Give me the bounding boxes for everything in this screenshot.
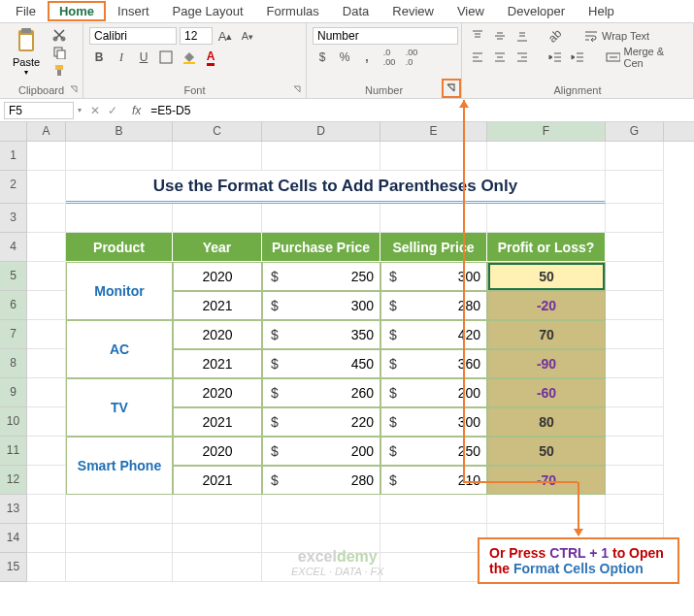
cell-purchase[interactable]: 450: [262, 349, 380, 378]
cell[interactable]: [606, 142, 664, 171]
col-header[interactable]: E: [380, 122, 487, 141]
cell-selling[interactable]: 200: [380, 378, 487, 407]
row-header[interactable]: 3: [0, 204, 27, 233]
cell-profit[interactable]: -90: [487, 349, 606, 378]
cell[interactable]: [487, 495, 606, 524]
cell[interactable]: [262, 495, 380, 524]
cell[interactable]: [606, 349, 664, 378]
row-header[interactable]: 4: [0, 233, 27, 262]
cell[interactable]: [27, 320, 66, 349]
cell-selling[interactable]: 280: [380, 291, 487, 320]
cell-purchase[interactable]: 200: [262, 437, 380, 466]
italic-button[interactable]: I: [112, 49, 131, 66]
cell[interactable]: [173, 524, 262, 553]
cell[interactable]: [27, 378, 66, 407]
cell-purchase[interactable]: 220: [262, 407, 380, 437]
tab-page-layout[interactable]: Page Layout: [161, 1, 255, 21]
cell[interactable]: [606, 495, 664, 524]
tab-developer[interactable]: Developer: [496, 1, 577, 21]
cell[interactable]: [606, 466, 664, 495]
row-header[interactable]: 11: [0, 437, 27, 466]
th-year[interactable]: Year: [173, 233, 262, 262]
cell-profit[interactable]: 50: [487, 437, 606, 466]
name-box[interactable]: [4, 102, 74, 119]
row-header[interactable]: 13: [0, 495, 27, 524]
cell-year[interactable]: 2020: [173, 320, 262, 349]
cell-selling[interactable]: 300: [380, 262, 487, 291]
table-title[interactable]: Use the Format Cells to Add Parentheses …: [66, 171, 606, 204]
cell[interactable]: [66, 495, 173, 524]
row-header[interactable]: 5: [0, 262, 27, 291]
cell[interactable]: [27, 495, 66, 524]
number-format-select[interactable]: [313, 27, 458, 45]
cell-profit[interactable]: -70: [487, 466, 606, 495]
font-size-select[interactable]: [180, 27, 213, 45]
cell[interactable]: [27, 407, 66, 437]
cell[interactable]: [606, 262, 664, 291]
cell-selling[interactable]: 250: [380, 437, 487, 466]
th-profit[interactable]: Profit or Loss?: [487, 233, 606, 262]
tab-file[interactable]: File: [4, 1, 48, 21]
percent-format-button[interactable]: %: [335, 49, 354, 66]
cell[interactable]: [173, 495, 262, 524]
wrap-text-button[interactable]: Wrap Text: [582, 27, 650, 45]
cell-year[interactable]: 2021: [173, 291, 262, 320]
cell[interactable]: [606, 378, 664, 407]
row-header[interactable]: 8: [0, 349, 27, 378]
cell[interactable]: [173, 204, 262, 233]
cell[interactable]: [487, 142, 606, 171]
cell-profit[interactable]: 80: [487, 407, 606, 437]
cell[interactable]: [606, 171, 664, 204]
cut-button[interactable]: [50, 27, 68, 43]
fx-icon[interactable]: fx: [126, 104, 147, 117]
row-header[interactable]: 14: [0, 524, 27, 553]
col-header[interactable]: G: [606, 122, 664, 141]
cell-profit[interactable]: -20: [487, 291, 606, 320]
cell-selling[interactable]: 210: [380, 466, 487, 495]
cell-purchase[interactable]: 250: [262, 262, 380, 291]
cell[interactable]: [27, 233, 66, 262]
cell[interactable]: [606, 233, 664, 262]
fill-color-button[interactable]: [179, 49, 198, 66]
align-bottom-button[interactable]: [512, 27, 532, 45]
cell-selling[interactable]: 300: [380, 407, 487, 437]
row-header[interactable]: 10: [0, 407, 27, 437]
cell[interactable]: [66, 142, 173, 171]
orientation-button[interactable]: ab: [545, 27, 565, 45]
cell[interactable]: [380, 142, 487, 171]
cell-purchase[interactable]: 350: [262, 320, 380, 349]
copy-button[interactable]: [50, 45, 68, 60]
cell[interactable]: [606, 407, 664, 437]
cell[interactable]: [262, 142, 380, 171]
cell[interactable]: [606, 320, 664, 349]
decrease-decimal-button[interactable]: .00.0: [402, 49, 421, 66]
cell[interactable]: [606, 437, 664, 466]
select-all-corner[interactable]: [0, 122, 27, 141]
cell-profit[interactable]: 50: [487, 262, 606, 291]
tab-view[interactable]: View: [446, 1, 496, 21]
cell-year[interactable]: 2020: [173, 262, 262, 291]
cell[interactable]: [606, 204, 664, 233]
decrease-indent-button[interactable]: [545, 49, 565, 66]
col-header[interactable]: A: [27, 122, 66, 141]
accept-formula-button[interactable]: ✓: [105, 104, 120, 117]
cell-year[interactable]: 2021: [173, 407, 262, 437]
align-top-button[interactable]: [468, 27, 487, 45]
cell[interactable]: [27, 171, 66, 204]
col-header[interactable]: F: [487, 122, 606, 141]
cell-purchase[interactable]: 280: [262, 466, 380, 495]
cell[interactable]: [66, 204, 173, 233]
tab-data[interactable]: Data: [331, 1, 380, 21]
cell-purchase[interactable]: 300: [262, 291, 380, 320]
decrease-font-button[interactable]: A▾: [238, 27, 257, 45]
font-color-button[interactable]: A: [201, 49, 220, 66]
cell-product[interactable]: Smart Phone: [66, 437, 173, 495]
cell[interactable]: [27, 262, 66, 291]
cell[interactable]: [173, 553, 262, 582]
comma-format-button[interactable]: ,: [357, 49, 377, 66]
cell[interactable]: [487, 204, 606, 233]
cell[interactable]: [380, 524, 487, 553]
cell[interactable]: [66, 524, 173, 553]
row-header[interactable]: 6: [0, 291, 27, 320]
cell[interactable]: [27, 437, 66, 466]
